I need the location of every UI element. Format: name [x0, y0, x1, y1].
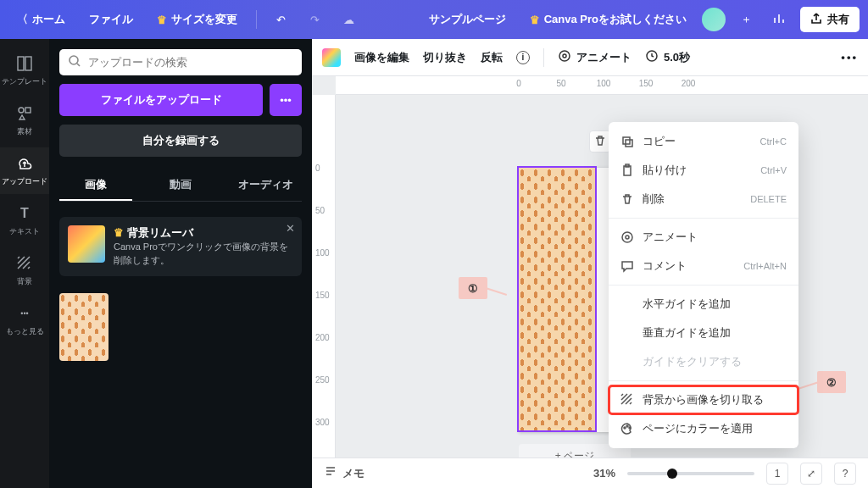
tick: 300 [315, 418, 330, 427]
svg-rect-1 [25, 57, 31, 70]
rail-background[interactable]: 背景 [0, 247, 49, 294]
back-home-button[interactable]: 〈 ホーム [8, 7, 74, 32]
ctx-copy[interactable]: コピーCtrl+C [609, 127, 798, 156]
copy-icon [620, 135, 634, 148]
uploads-panel: ファイルをアップロード ••• 自分を録画する 画像 動画 オーディオ ♛ 背景… [49, 39, 312, 488]
file-menu[interactable]: ファイル [81, 7, 142, 32]
ctx-comment[interactable]: コメントCtrl+Alt+N [609, 252, 798, 280]
divider [609, 218, 798, 219]
tick: 100 [315, 248, 330, 258]
chevron-left-icon: 〈 [17, 12, 28, 27]
overflow-button[interactable]: ••• [841, 51, 858, 64]
ctx-paste[interactable]: 貼り付けCtrl+V [609, 156, 798, 185]
ctx-label: 垂直ガイドを追加 [643, 325, 731, 341]
crop-button[interactable]: 切り抜き [423, 50, 467, 65]
search-input[interactable] [88, 56, 293, 69]
redo-button[interactable]: ↷ [301, 6, 328, 33]
ctx-detach-background[interactable]: 背景から画像を切り取る [609, 385, 798, 414]
canvas-area: 画像を編集 切り抜き 反転 i アニメート 5.0秒 ••• 0 50 100 … [312, 39, 868, 488]
document-title[interactable]: サンプルページ [420, 7, 515, 32]
divider [609, 380, 798, 381]
clock-icon [645, 49, 659, 65]
uploads-tabs: 画像 動画 オーディオ [59, 170, 302, 202]
help-button[interactable]: ? [834, 463, 856, 485]
color-swatch[interactable] [322, 48, 341, 67]
animate-button[interactable]: アニメート [558, 49, 632, 65]
crown-icon: ♛ [157, 14, 167, 26]
blank-icon [620, 355, 634, 369]
rail-label: もっと見る [6, 326, 44, 337]
divider [256, 10, 257, 29]
tick: 0 [516, 79, 521, 88]
add-member-button[interactable]: ＋ [732, 6, 760, 33]
notes-button[interactable]: メモ [324, 465, 364, 481]
zoom-slider[interactable] [627, 472, 754, 475]
svg-point-13 [626, 236, 629, 239]
fullscreen-button[interactable]: ⤢ [800, 463, 822, 485]
upload-file-button[interactable]: ファイルをアップロード [59, 84, 263, 116]
avatar[interactable] [702, 8, 726, 31]
flip-button[interactable]: 反転 [481, 50, 503, 65]
stage[interactable]: + ページ ① ② コピーCtrl+C 貼り付けCtrl+V 削除DELETE … [336, 95, 868, 458]
info-button[interactable]: i [516, 51, 530, 64]
resize-button[interactable]: ♛ サイズを変更 [148, 7, 246, 32]
ctx-vguide[interactable]: 垂直ガイドを追加 [609, 319, 798, 347]
ctx-hguide[interactable]: 水平ガイドを追加 [609, 290, 798, 319]
text-icon: T [15, 204, 34, 223]
context-toolbar: 画像を編集 切り抜き 反転 i アニメート 5.0秒 ••• [312, 39, 868, 76]
zoom-knob[interactable] [667, 469, 677, 479]
tick: 100 [597, 79, 611, 88]
rail-uploads[interactable]: アップロード [0, 147, 49, 194]
promo-close-button[interactable]: ✕ [286, 222, 295, 235]
annotation-1: ① [459, 277, 487, 299]
edit-image-button[interactable]: 画像を編集 [354, 50, 409, 65]
upload-more-button[interactable]: ••• [270, 84, 302, 116]
selected-image[interactable] [519, 168, 595, 430]
undo-button[interactable]: ↶ [267, 6, 294, 33]
ctx-label: 背景から画像を切り取る [643, 392, 764, 408]
animate-icon [620, 230, 634, 244]
uploads-grid [59, 293, 302, 361]
rail-label: テンプレート [2, 76, 47, 87]
palette-icon [620, 422, 634, 435]
share-button[interactable]: 共有 [800, 7, 860, 32]
home-label: ホーム [32, 12, 65, 27]
animate-label: アニメート [576, 50, 632, 65]
insights-button[interactable] [766, 6, 793, 33]
cloud-icon: ☁ [343, 14, 354, 26]
rail-templates[interactable]: テンプレート [0, 47, 49, 94]
zoom-value: 31% [593, 467, 615, 480]
svg-point-14 [624, 427, 626, 429]
tab-image[interactable]: 画像 [59, 170, 132, 201]
cloud-sync-button[interactable]: ☁ [335, 6, 362, 33]
ctx-delete[interactable]: 削除DELETE [609, 185, 798, 214]
crown-icon: ♛ [530, 14, 540, 26]
bg-remover-promo[interactable]: ♛ 背景リムーバ Canva Proでワンクリックで画像の背景を削除します。 ✕ [59, 217, 302, 276]
plus-icon: ＋ [741, 12, 752, 27]
tab-audio[interactable]: オーディオ [229, 170, 302, 201]
undo-icon: ↶ [276, 14, 286, 26]
notes-label: メモ [342, 466, 364, 481]
add-page-label: + ページ [555, 449, 594, 458]
templates-icon [15, 54, 34, 73]
svg-rect-3 [25, 108, 31, 113]
tab-video[interactable]: 動画 [144, 170, 217, 201]
rail-more[interactable]: ••• もっと見る [0, 297, 49, 344]
rail-elements[interactable]: 素材 [0, 97, 49, 144]
ctx-animate[interactable]: アニメート [609, 223, 798, 252]
page-counter[interactable]: 1 [766, 463, 788, 485]
rail-text[interactable]: T テキスト [0, 197, 49, 244]
ctx-label: ガイドをクリアする [643, 354, 742, 369]
ctx-apply-color[interactable]: ページにカラーを適用 [609, 414, 798, 443]
promo-thumb [68, 225, 105, 263]
upload-icon [15, 154, 34, 173]
record-yourself-button[interactable]: 自分を録画する [59, 125, 302, 157]
share-label: 共有 [827, 12, 849, 27]
duration-button[interactable]: 5.0秒 [645, 49, 690, 65]
search-input-wrap[interactable] [59, 49, 302, 75]
kb-hint: DELETE [750, 194, 787, 204]
paste-icon [620, 164, 634, 177]
more-icon: ••• [280, 94, 292, 107]
upload-thumb[interactable] [59, 293, 108, 361]
try-pro-button[interactable]: ♛ Canva Proをお試しください [521, 7, 695, 32]
